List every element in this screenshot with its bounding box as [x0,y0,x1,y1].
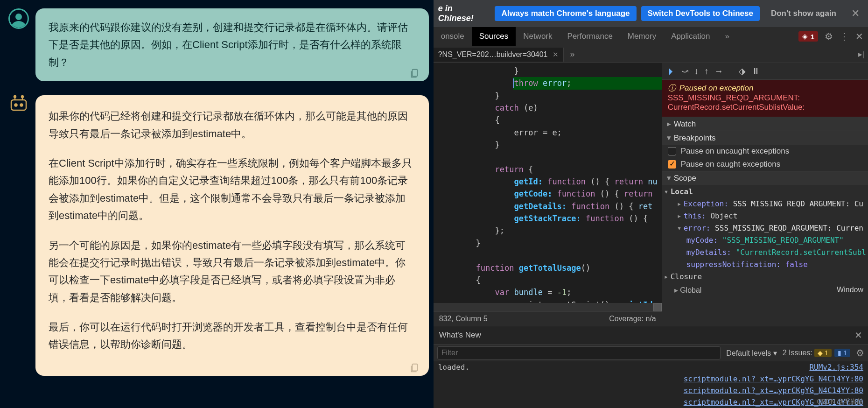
devtools-panel: e in Chinese! Always match Chrome's lang… [434,0,868,408]
bot-p4: 最后，你可以在运行代码时打开浏览器的开发者工具，查看控制台中是否有任何错误信息，… [49,318,416,353]
devtools-close-icon[interactable]: ✕ [855,31,863,42]
match-language-button[interactable]: Always match Chrome's language [495,6,636,21]
svg-point-3 [21,104,23,106]
user-row: 我原来的代码跟你建议的没有差别，创建和提交行记录都是在循环体内。请评估下是否是其… [8,8,429,81]
banner-close-icon[interactable]: ✕ [847,7,863,20]
pause-uncaught-row[interactable]: Pause on uncaught exceptions [662,145,868,158]
bot-p2: 在Client Script中添加行时，确实存在一些系统限制，例如每个客户端脚本… [49,155,416,225]
pause-banner: Paused on exception SSS_MISSING_REQD_ARG… [662,80,868,117]
language-banner: e in Chinese! Always match Chrome's lang… [434,0,868,27]
console-settings-icon[interactable]: ⚙ [856,347,864,359]
console-link: scriptmodule.nl?_xt=…yprCKgYG_N4C14YY:80 [684,374,863,383]
resume-icon[interactable]: ⏵ [667,66,676,77]
console-link: RUMv2.js:354 [809,363,863,372]
file-close-icon[interactable]: ✕ [553,50,559,59]
step-icon[interactable]: → [714,66,723,77]
console-row[interactable]: scriptmodule.nl?_xt=…yprCKgYG_N4C14YY:80 [434,396,868,408]
console-row[interactable]: scriptmodule.nl?_xt=…yprCKgYG_N4C14YY:80 [434,373,868,385]
error-count-badge[interactable]: ◈ 1 [798,31,818,42]
scope-body: ▾Local ▸Exception: SSS_MISSING_REQD_ARGU… [662,185,868,284]
user-text: 我原来的代码跟你建议的没有差别，创建和提交行记录都是在循环体内。请评估下是否是其… [49,21,408,68]
filter-input[interactable] [437,346,721,359]
more-icon[interactable]: ⋮ [840,31,849,42]
console-output: loaded.RUMv2.js:354 scriptmodule.nl?_xt=… [434,361,868,408]
breakpoints-section[interactable]: Breakpoints [662,131,868,145]
file-name: ?NS_VER=202…buildver=30401 [438,50,548,59]
bot-message: 如果你的代码已经将创建和提交行记录都放在循环体内，那么可能是其他的原因导致只有最… [35,95,429,376]
pause-detail-1: SSS_MISSING_REQD_ARGUMENT: [668,93,862,103]
pause-detail-2: CurrentRecord.setCurrentSublistValue: [668,103,862,112]
watch-section[interactable]: Watch [662,117,868,131]
coverage-status: Coverage: n/a [609,315,656,323]
scope-section[interactable]: Scope [662,171,868,185]
pause-title: Paused on exception [668,83,862,93]
attribution: CSDN @毛岩喆 [817,398,863,406]
switch-language-button[interactable]: Switch DevTools to Chinese [641,6,760,21]
user-avatar-icon [8,8,29,29]
user-message: 我原来的代码跟你建议的没有差别，创建和提交行记录都是在循环体内。请评估下是否是其… [35,8,429,81]
file-more-icon[interactable]: » [564,49,581,59]
tab-more-icon[interactable]: » [717,27,736,46]
cursor-position: 832, Column 5 [439,315,488,323]
bot-p3: 另一个可能的原因是，如果你的estimate有一些必填字段没有填写，那么系统可能… [49,237,416,307]
whatsnew-close-icon[interactable]: ✕ [854,330,862,341]
bot-p1: 如果你的代码已经将创建和提交行记录都放在循环体内，那么可能是其他的原因导致只有最… [49,107,416,142]
debug-toolbar: ⏵ ⤻ ↓ ↑ → ⬗ ⏸ [662,63,868,80]
code-column: } throw error; } catch (e) { error = e; … [434,63,662,326]
code-status-bar: 832, Column 5 Coverage: n/a [434,311,662,326]
banner-text: e in Chinese! [438,4,490,23]
tab-console[interactable]: onsole [434,27,472,46]
tab-application[interactable]: Application [664,27,717,46]
tab-memory[interactable]: Memory [620,27,664,46]
settings-icon[interactable]: ⚙ [825,31,833,42]
whats-new-bar[interactable]: What's New ✕ [434,326,868,344]
svg-point-2 [15,104,17,106]
console-link: scriptmodule.nl?_xt=…yprCKgYG_N4C14YY:80 [684,386,863,395]
svg-rect-1 [11,100,26,110]
step-into-icon[interactable]: ↓ [694,66,699,77]
code-editor[interactable]: } throw error; } catch (e) { error = e; … [434,63,662,303]
h-scrollbar[interactable] [434,303,662,311]
pause-exc-icon[interactable]: ⏸ [751,66,760,77]
svg-rect-0 [412,70,417,77]
issues-link[interactable]: 2 Issues: ◆ 1 ▮ 1 [783,349,850,357]
tab-performance[interactable]: Performance [560,27,620,46]
copy-icon[interactable] [409,361,420,371]
svg-rect-8 [412,364,417,371]
sources-main: } throw error; } catch (e) { error = e; … [434,63,868,326]
console-filter-bar: Default levels ▾ 2 Issues: ◆ 1 ▮ 1 ⚙ [434,344,868,361]
pause-caught-row[interactable]: Pause on caught exceptions [662,158,868,171]
global-scope-row[interactable]: ▸ GlobalWindow [662,284,868,296]
svg-point-5 [14,96,16,98]
svg-point-7 [21,96,23,98]
devtools-tabs: onsole Sources Network Performance Memor… [434,27,868,46]
copy-icon[interactable] [409,66,420,77]
step-out-icon[interactable]: ↑ [704,66,709,77]
chat-panel: 我原来的代码跟你建议的没有差别，创建和提交行记录都是在循环体内。请评估下是否是其… [0,0,434,408]
file-run-icon[interactable]: ▸| [858,49,864,59]
file-tab[interactable]: ?NS_VER=202…buildver=30401 ✕ [434,48,564,62]
deactivate-bp-icon[interactable]: ⬗ [739,66,746,77]
dont-show-button[interactable]: Don't show again [764,6,843,21]
file-tab-bar: ?NS_VER=202…buildver=30401 ✕ » ▸| [434,46,868,63]
levels-dropdown[interactable]: Default levels ▾ [726,349,777,358]
console-row[interactable]: scriptmodule.nl?_xt=…yprCKgYG_N4C14YY:80 [434,385,868,396]
debugger-sidebar: ⏵ ⤻ ↓ ↑ → ⬗ ⏸ Paused on exception SSS_MI… [662,63,868,326]
tab-sources[interactable]: Sources [472,27,516,46]
console-row[interactable]: loaded.RUMv2.js:354 [434,361,868,373]
bot-avatar-icon [8,95,29,116]
tab-network[interactable]: Network [516,27,560,46]
step-over-icon[interactable]: ⤻ [681,66,689,77]
bot-row: 如果你的代码已经将创建和提交行记录都放在循环体内，那么可能是其他的原因导致只有最… [8,95,429,376]
